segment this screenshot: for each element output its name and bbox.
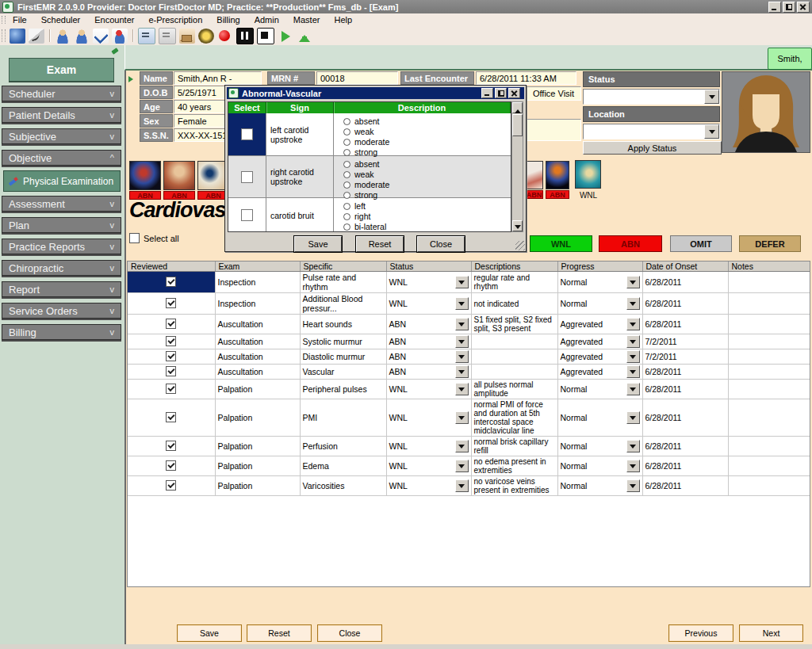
sidebar-item-scheduler[interactable]: Schedulerv	[2, 86, 121, 101]
session-icon[interactable]	[10, 29, 25, 44]
exam-button[interactable]: Exam	[9, 58, 114, 82]
radio-icon[interactable]	[343, 128, 350, 136]
sidebar-item-objective[interactable]: Objective^	[2, 150, 121, 166]
col-specific[interactable]: Specific	[300, 262, 386, 272]
progress-dropdown-icon[interactable]	[626, 276, 640, 288]
radio-icon[interactable]	[343, 171, 350, 178]
progress-dropdown-icon[interactable]	[626, 365, 640, 378]
defer-button[interactable]: DEFER	[739, 235, 801, 252]
pin-icon[interactable]	[109, 48, 118, 55]
menu-master[interactable]: Master	[286, 15, 327, 25]
save-button[interactable]: Save	[177, 624, 242, 642]
table-row[interactable]: Palpation PMI WNL normal PMI of force an…	[128, 399, 810, 437]
dialog-scrollbar[interactable]	[511, 101, 523, 232]
sidebar-item-billing[interactable]: Billingv	[2, 324, 121, 340]
menu-help[interactable]: Help	[327, 15, 359, 25]
record-icon[interactable]	[217, 29, 233, 44]
reviewed-checkbox[interactable]	[166, 460, 176, 471]
pause-icon[interactable]	[236, 28, 254, 44]
status-dropdown-icon[interactable]	[455, 276, 469, 288]
table-row[interactable]: Palpation Edema WNL no edema present in …	[128, 456, 810, 476]
wnl-button[interactable]: WNL	[530, 235, 592, 252]
dialog-resize-grip[interactable]	[515, 241, 525, 250]
radio-option[interactable]: left	[343, 201, 511, 212]
col-reviewed[interactable]: Reviewed	[128, 262, 215, 272]
sidebar-item-physical-examination[interactable]: Physical Examination	[3, 170, 121, 192]
col-exam[interactable]: Exam	[215, 262, 300, 272]
sidebar-item-practice-reports[interactable]: Practice Reportsv	[2, 239, 121, 254]
brain-thumbnail[interactable]	[129, 161, 161, 190]
col-descriptions[interactable]: Descriptions	[471, 262, 557, 272]
select-all-checkbox[interactable]	[129, 233, 140, 243]
close-button[interactable]: Close	[317, 624, 382, 642]
play-icon[interactable]	[278, 29, 293, 44]
sidebar-item-patient-details[interactable]: Patient Detailsv	[2, 107, 121, 123]
radio-option[interactable]: moderate	[343, 137, 511, 147]
table-row[interactable]: Palpation Varicosities WNL no varicose v…	[128, 476, 810, 496]
progress-dropdown-icon[interactable]	[626, 335, 640, 348]
partial-thumbnail[interactable]	[525, 161, 543, 189]
omit-button[interactable]: OMIT	[670, 235, 732, 252]
radio-icon[interactable]	[343, 161, 350, 168]
sign-select-checkbox[interactable]	[241, 171, 253, 183]
progress-dropdown-icon[interactable]	[626, 318, 640, 330]
table-row[interactable]: Palpation Peripheral pulses WNL all puls…	[128, 380, 810, 399]
radio-icon[interactable]	[343, 139, 350, 146]
radio-icon[interactable]	[343, 203, 350, 210]
radio-option[interactable]: bi-lateral	[343, 222, 511, 232]
table-row[interactable]: Inspection Additional Blood pressur... W…	[128, 293, 810, 315]
progress-dropdown-icon[interactable]	[626, 479, 640, 492]
radio-icon[interactable]	[343, 181, 350, 189]
next-button[interactable]: Next	[739, 624, 803, 642]
col-progress[interactable]: Progress	[557, 262, 642, 272]
col-status[interactable]: Status	[386, 262, 471, 272]
menu-file[interactable]: File	[6, 15, 34, 25]
radio-option[interactable]: moderate	[343, 180, 511, 190]
table-row[interactable]: Auscultation Heart sounds ABN S1 fixed s…	[128, 315, 810, 334]
menu-scheduler[interactable]: Scheduler	[34, 15, 88, 25]
radio-option[interactable]: absent	[343, 159, 511, 170]
patient-tab[interactable]: Smith,	[768, 48, 812, 70]
radio-icon[interactable]	[343, 118, 350, 125]
message-icon[interactable]	[159, 28, 176, 44]
dialog-close-icon[interactable]	[508, 88, 520, 98]
status-dropdown-icon[interactable]	[455, 297, 469, 310]
sign-select-checkbox[interactable]	[241, 209, 253, 221]
scroll-up-icon[interactable]	[512, 102, 523, 113]
signature-icon[interactable]	[29, 29, 44, 44]
radio-option[interactable]: weak	[343, 170, 511, 180]
reviewed-checkbox[interactable]	[166, 384, 176, 394]
progress-dropdown-icon[interactable]	[626, 411, 640, 424]
radio-option[interactable]: right	[343, 212, 511, 222]
status-dropdown-icon[interactable]	[455, 350, 469, 363]
select-all-control[interactable]: Select all	[129, 233, 179, 243]
home-icon[interactable]	[179, 29, 195, 44]
sidebar-item-assessment[interactable]: Assessmentv	[2, 196, 121, 212]
status-dropdown-icon[interactable]	[455, 365, 469, 378]
reviewed-checkbox[interactable]	[166, 480, 176, 491]
menu-encounter[interactable]: Encounter	[87, 15, 141, 25]
progress-dropdown-icon[interactable]	[626, 460, 640, 472]
radio-icon[interactable]	[343, 223, 350, 231]
reviewed-checkbox[interactable]	[166, 319, 176, 329]
col-notes[interactable]: Notes	[728, 262, 810, 272]
patient-icon[interactable]	[55, 29, 71, 44]
sign-select-checkbox[interactable]	[241, 128, 253, 140]
menu-eprescription[interactable]: e-Prescription	[141, 15, 209, 25]
reviewed-checkbox[interactable]	[166, 366, 176, 376]
previous-button[interactable]: Previous	[668, 624, 733, 642]
dialog-save-button[interactable]: Save	[294, 236, 342, 252]
status-dropdown-icon[interactable]	[455, 479, 469, 492]
close-icon[interactable]	[797, 2, 810, 13]
progress-dropdown-icon[interactable]	[626, 440, 640, 452]
chevron-down-icon[interactable]	[704, 90, 719, 104]
table-row[interactable]: Auscultation Systolic murmur ABN Aggreva…	[128, 334, 810, 349]
reviewed-checkbox[interactable]	[166, 298, 176, 308]
restore-icon[interactable]	[783, 2, 795, 13]
sidebar-item-report[interactable]: Reportv	[2, 281, 121, 297]
reviewed-checkbox[interactable]	[166, 351, 176, 361]
abn-button[interactable]: ABN	[599, 235, 662, 252]
radio-option[interactable]: weak	[343, 127, 511, 137]
dialog-title-bar[interactable]: Abnormal-Vascular	[227, 87, 524, 99]
table-row[interactable]: Inspection Pulse rate and rhythm WNL reg…	[128, 272, 810, 293]
